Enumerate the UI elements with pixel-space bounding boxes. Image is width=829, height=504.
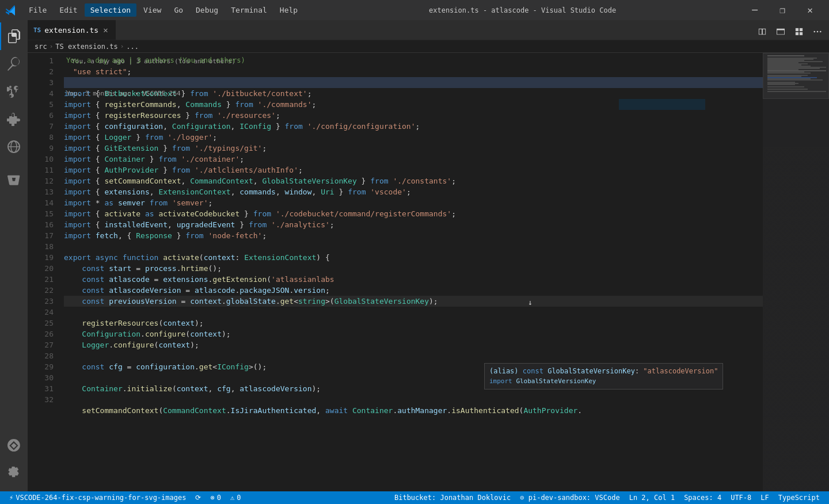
hover-tooltip: (alias) const GlobalStateVersionKey: "at… — [484, 363, 723, 390]
main-area: TS extension.ts ✕ src — [0, 20, 829, 491]
close-button[interactable]: ✕ — [797, 0, 823, 20]
line-num-27: 27 — [28, 339, 54, 350]
svg-point-10 — [813, 31, 815, 33]
code-line-12: import { extensions, ExtensionContext, c… — [64, 186, 763, 197]
breadcrumb-symbol[interactable]: ... — [126, 43, 139, 51]
code-line-23 — [64, 307, 763, 318]
code-line-32: setCommandContext(CommandContext.IsJiraA… — [64, 405, 763, 416]
status-encoding[interactable]: UTF-8 — [726, 491, 756, 504]
code-line-15: import { installedEvent, upgradedEvent }… — [64, 219, 763, 230]
code-line-19: const start = process.hrtime(); — [64, 263, 763, 274]
line-num-14: 14 — [28, 197, 54, 208]
line-num-11: 11 — [28, 165, 54, 175]
tab-close-button[interactable]: ✕ — [102, 24, 109, 36]
status-cursor-pos[interactable]: Ln 2, Col 1 — [625, 491, 679, 504]
minimize-button[interactable]: ─ — [741, 0, 768, 20]
status-branch[interactable]: ⚡ VSCODE-264-fix-csp-warning-for-svg-ima… — [5, 491, 191, 504]
breadcrumb-file[interactable]: TS extension.ts — [55, 43, 117, 51]
code-line-16: import fetch, { Response } from 'node-fe… — [64, 230, 763, 241]
status-ln-col: Ln 2, Col 1 — [629, 494, 675, 502]
window-title: extension.ts - atlascode - Visual Studio… — [303, 6, 741, 14]
line-num-19: 19 — [28, 252, 54, 263]
line-num-4: 4 — [28, 88, 54, 99]
menu-view[interactable]: View — [138, 3, 167, 17]
status-warning-count: 0 — [237, 494, 241, 502]
toggle-panel-button[interactable] — [773, 24, 789, 40]
tab-actions — [754, 24, 829, 40]
status-sync[interactable]: ⟳ — [191, 491, 206, 504]
code-line-9: import { Container } from './container'; — [64, 154, 763, 165]
minimap-viewport — [763, 53, 829, 99]
cursor-arrow-icon: ↓ — [528, 297, 533, 308]
vscode-logo-icon — [6, 5, 17, 16]
line-num-28: 28 — [28, 350, 54, 361]
status-spaces[interactable]: Spaces: 4 — [679, 491, 726, 504]
status-spaces-label: Spaces: 4 — [684, 494, 721, 502]
activity-remote-icon[interactable] — [0, 133, 28, 161]
code-line-1: You, a day ago | 3 authors (You and othe… — [64, 55, 763, 66]
code-line-21: const atlascodeVersion = atlascode.packa… — [64, 285, 763, 296]
menu-terminal[interactable]: Terminal — [225, 3, 273, 17]
menu-file[interactable]: File — [23, 3, 52, 17]
minimap — [763, 53, 829, 491]
activity-explorer-icon[interactable] — [0, 22, 28, 50]
activity-search-icon[interactable] — [0, 50, 28, 78]
code-line-7: import { Logger } from './logger'; — [64, 132, 763, 143]
code-line-20: const atlascode = extensions.getExtensio… — [64, 274, 763, 285]
code-line-14: import { activate as activateCodebucket … — [64, 208, 763, 219]
code-line-5: import { registerResources } from './res… — [64, 110, 763, 121]
status-errors[interactable]: ⊗ 0 — [206, 491, 225, 504]
code-line-13: import * as semver from 'semver'; — [64, 197, 763, 208]
code-line-22: const previousVersion = context.globalSt… — [64, 296, 763, 307]
title-bar: File Edit Selection View Go Debug Termin… — [0, 0, 829, 20]
line-num-17: 17 — [28, 230, 54, 241]
line-num-21: 21 — [28, 274, 54, 285]
activity-bottom — [0, 432, 28, 491]
line-num-22: 22 — [28, 285, 54, 296]
editor-area: TS extension.ts ✕ src — [28, 20, 829, 491]
activity-extensions-icon[interactable] — [0, 105, 28, 133]
menu-help[interactable]: Help — [274, 3, 303, 17]
split-editor-button[interactable] — [754, 24, 770, 40]
code-line-25: Configuration.configure(context); — [64, 329, 763, 339]
status-language[interactable]: TypeScript — [774, 491, 824, 504]
line-num-31: 31 — [28, 383, 54, 394]
customize-layout-button[interactable] — [791, 24, 807, 40]
menu-edit[interactable]: Edit — [54, 3, 83, 17]
status-pi-label: ⊙ pi-dev-sandbox: VSCode — [520, 494, 619, 502]
breadcrumb-sep-2: › — [120, 43, 124, 50]
tab-extension-ts[interactable]: TS extension.ts ✕ — [28, 20, 116, 40]
tab-icon: TS — [33, 26, 41, 34]
code-editor[interactable]: You, a day ago | 3 authors (You and othe… — [59, 53, 763, 491]
maximize-button[interactable]: ❐ — [769, 0, 796, 20]
code-line-2: You, 3 months ago • VSCODE-264 — [64, 77, 763, 88]
status-warnings[interactable]: ⚠ 0 — [226, 491, 245, 504]
status-bitbucket[interactable]: Bitbucket: Jonathan Doklovic — [390, 491, 515, 504]
more-actions-button[interactable] — [809, 24, 826, 40]
activity-bitbucket-icon[interactable] — [0, 166, 28, 194]
error-icon: ⊗ — [210, 494, 214, 502]
line-num-20: 20 — [28, 263, 54, 274]
line-num-16: 16 — [28, 219, 54, 230]
breadcrumb-src[interactable]: src — [35, 43, 47, 51]
activity-git-icon[interactable] — [0, 78, 28, 105]
code-line-11: import { setCommandContext, CommandConte… — [64, 175, 763, 186]
menu-debug[interactable]: Debug — [190, 3, 224, 17]
activity-settings-icon[interactable] — [0, 459, 28, 487]
code-line-6: import { configuration, Configuration, I… — [64, 121, 763, 132]
activity-jira-icon[interactable] — [0, 432, 28, 459]
line-num-7: 7 — [28, 121, 54, 132]
status-pi-dev[interactable]: ⊙ pi-dev-sandbox: VSCode — [515, 491, 624, 504]
status-bar: ⚡ VSCODE-264-fix-csp-warning-for-svg-ima… — [0, 491, 829, 504]
line-numbers: 1 2 3 4 5 6 7 8 9 10 11 12 13 14 15 16 1… — [28, 53, 59, 491]
title-bar-left: File Edit Selection View Go Debug Termin… — [6, 3, 303, 17]
line-num-25: 25 — [28, 318, 54, 329]
menu-selection[interactable]: Selection — [85, 3, 136, 17]
tab-bar: TS extension.ts ✕ — [28, 20, 829, 40]
warning-icon: ⚠ — [230, 494, 234, 502]
status-eol[interactable]: LF — [756, 491, 773, 504]
menu-go[interactable]: Go — [168, 3, 189, 17]
line-num-26: 26 — [28, 329, 54, 339]
svg-point-11 — [817, 31, 819, 33]
line-num-6: 6 — [28, 110, 54, 121]
